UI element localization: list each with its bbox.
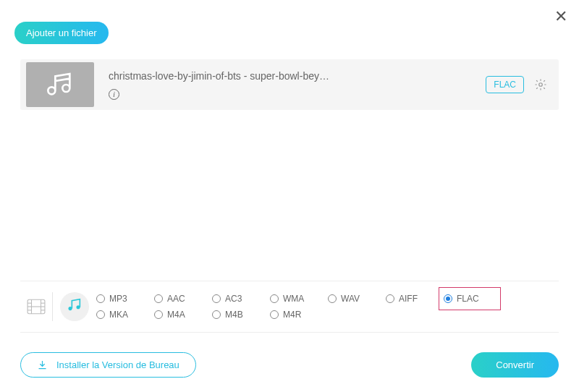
info-icon[interactable]: i bbox=[109, 89, 119, 100]
music-thumbnail-icon bbox=[26, 62, 94, 107]
video-category-icon[interactable] bbox=[20, 281, 52, 332]
format-option-wav[interactable]: WAV bbox=[328, 294, 386, 304]
format-bar: MP3AACAC3WMAWAVAIFFFLAC MKAM4AM4BM4R bbox=[20, 281, 559, 333]
format-badge[interactable]: FLAC bbox=[486, 76, 524, 93]
format-option-mka[interactable]: MKA bbox=[96, 310, 154, 320]
format-label: WAV bbox=[341, 294, 360, 304]
format-option-aac[interactable]: AAC bbox=[154, 294, 212, 304]
install-desktop-button[interactable]: Installer la Version de Bureau bbox=[20, 352, 196, 378]
format-label: AAC bbox=[167, 294, 185, 304]
format-label: M4R bbox=[283, 310, 301, 320]
radio-icon bbox=[96, 310, 105, 319]
radio-icon bbox=[270, 294, 279, 303]
radio-icon bbox=[212, 294, 221, 303]
format-option-ac3[interactable]: AC3 bbox=[212, 294, 270, 304]
install-label: Installer la Version de Bureau bbox=[56, 359, 179, 370]
format-option-m4a[interactable]: M4A bbox=[154, 310, 212, 320]
close-icon[interactable]: ✕ bbox=[554, 7, 567, 26]
radio-icon bbox=[386, 294, 394, 303]
svg-point-10 bbox=[76, 305, 80, 309]
add-file-button[interactable]: Ajouter un fichier bbox=[14, 22, 109, 44]
format-label: MKA bbox=[109, 310, 128, 320]
format-label: WMA bbox=[283, 294, 304, 304]
format-label: M4A bbox=[167, 310, 185, 320]
file-name: christmas-love-by-jimin-of-bts - super-b… bbox=[109, 70, 486, 82]
music-note-icon bbox=[67, 297, 83, 316]
radio-icon bbox=[270, 310, 279, 319]
formats-grid: MP3AACAC3WMAWAVAIFFFLAC MKAM4AM4BM4R bbox=[96, 289, 559, 324]
format-label: AIFF bbox=[399, 294, 418, 304]
format-label: MP3 bbox=[109, 294, 127, 304]
format-label: FLAC bbox=[457, 294, 479, 304]
radio-icon bbox=[444, 294, 452, 303]
file-item: christmas-love-by-jimin-of-bts - super-b… bbox=[20, 59, 559, 110]
radio-icon bbox=[328, 294, 337, 303]
format-option-m4r[interactable]: M4R bbox=[270, 310, 328, 320]
format-option-flac[interactable]: FLAC bbox=[439, 287, 501, 310]
format-label: M4B bbox=[225, 310, 243, 320]
svg-point-9 bbox=[68, 307, 72, 310]
format-option-m4b[interactable]: M4B bbox=[212, 310, 270, 320]
radio-icon bbox=[154, 294, 163, 303]
file-info: christmas-love-by-jimin-of-bts - super-b… bbox=[109, 70, 486, 100]
audio-category-button[interactable] bbox=[53, 292, 96, 321]
gear-icon[interactable] bbox=[534, 78, 547, 91]
format-option-aiff[interactable]: AIFF bbox=[386, 294, 444, 304]
format-option-wma[interactable]: WMA bbox=[270, 294, 328, 304]
convert-button[interactable]: Convertir bbox=[471, 352, 559, 378]
download-icon bbox=[37, 359, 48, 370]
radio-icon bbox=[212, 310, 221, 319]
radio-icon bbox=[96, 294, 105, 303]
format-option-mp3[interactable]: MP3 bbox=[96, 294, 154, 304]
svg-point-0 bbox=[539, 83, 543, 87]
radio-icon bbox=[154, 310, 163, 319]
bottom-bar: Installer la Version de Bureau Convertir bbox=[20, 352, 559, 378]
format-label: AC3 bbox=[225, 294, 242, 304]
